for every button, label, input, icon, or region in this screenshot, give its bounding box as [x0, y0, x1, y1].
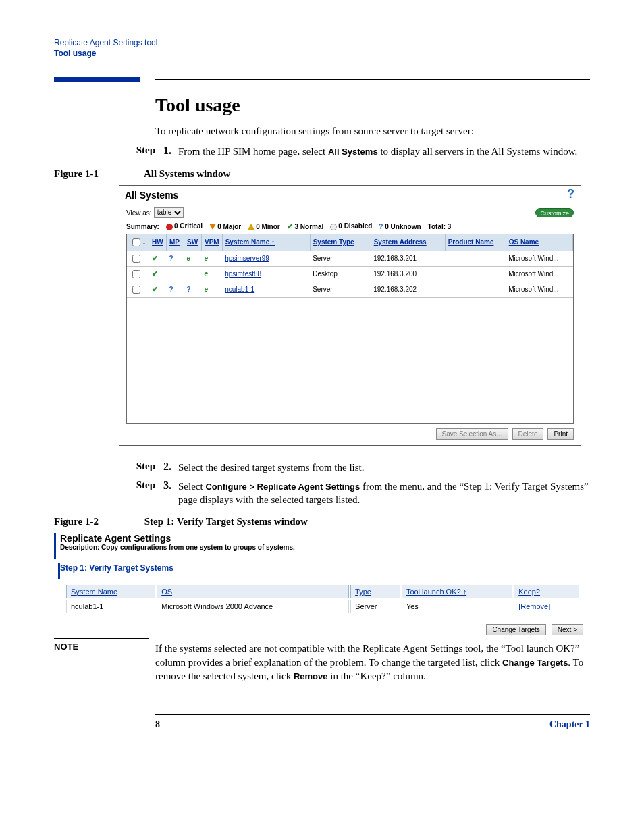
col-os[interactable]: OS [157, 585, 349, 598]
print-button[interactable]: Print [547, 428, 574, 440]
row-checkbox[interactable] [132, 255, 140, 263]
step-2: Step 2. Select the desired target system… [54, 461, 590, 474]
step-label: Step [115, 479, 163, 507]
change-targets-button[interactable]: Change Targets [486, 624, 545, 635]
thin-rule [155, 79, 590, 80]
col-product-name[interactable]: Product Name [445, 234, 506, 251]
unknown-icon: ? [379, 223, 383, 230]
systems-table: ↑ HW MP SW VPM System Name ↑ System Type… [127, 234, 573, 298]
step-1-pre: From the HP SIM home page, select [178, 146, 328, 157]
step-1-num: 1. [163, 145, 178, 158]
summary-minor: 0 Minor [248, 223, 280, 230]
summary-major: 0 Major [209, 223, 241, 230]
summary-unknown: ? 0 Unknown [379, 223, 421, 230]
col-type[interactable]: Type [350, 585, 400, 598]
col-checkbox[interactable]: ↑ [127, 234, 149, 251]
customize-button[interactable]: Customize [535, 208, 574, 217]
step-label: Step [115, 461, 163, 474]
figure-2-title: Step 1: Verify Target Systems window [144, 516, 308, 527]
question-icon: ? [187, 286, 191, 293]
step-2-num: 2. [163, 461, 178, 474]
summary-total: Total: 3 [428, 223, 452, 230]
note-text: If the systems selected are not compatib… [155, 642, 590, 683]
figure-2-caption: Figure 1-2 Step 1: Verify Target Systems… [54, 516, 590, 527]
select-all-checkbox[interactable] [132, 238, 140, 246]
system-address: 192.168.3.200 [371, 266, 445, 282]
question-icon: ? [169, 255, 173, 262]
figure-1-caption: Figure 1-1 All Systems window [54, 168, 590, 180]
row-checkbox[interactable] [132, 270, 140, 278]
ras-title: Replicate Agent Settings [60, 533, 590, 544]
system-name-link[interactable]: nculab1-1 [222, 282, 310, 297]
table-row[interactable]: ✔ ? ? e nculab1-1 Server 192.168.3.202 M… [127, 282, 573, 297]
step-1-text: From the HP SIM home page, select All Sy… [178, 145, 590, 158]
verify-step-title: Step 1: Verify Target Systems [60, 563, 590, 573]
col-system-name[interactable]: System Name [66, 585, 155, 598]
section-heading: Tool usage [155, 95, 590, 116]
col-system-name[interactable]: System Name ↑ [222, 234, 310, 251]
step-2-text: Select the desired target systems from t… [178, 461, 590, 474]
step-label: Step [115, 145, 163, 158]
product-name [445, 282, 506, 297]
os-name: Microsoft Wind... [506, 251, 572, 266]
col-keep[interactable]: Keep? [514, 585, 579, 598]
help-icon[interactable]: ? [567, 187, 578, 198]
italic-e-icon: e [187, 255, 191, 262]
system-type: Desktop [310, 266, 371, 282]
table-row[interactable]: ✔ ? e e hpsimserver99 Server 192.168.3.2… [127, 251, 573, 266]
figure-1-label: Figure 1-1 [54, 168, 142, 180]
row-checkbox[interactable] [132, 286, 140, 294]
table-row[interactable]: ✔ e hpsimtest88 Desktop 192.168.3.200 Mi… [127, 266, 573, 282]
top-rule [54, 77, 590, 82]
verify-os: Microsoft Windows 2000 Advance [157, 600, 349, 613]
delete-button[interactable]: Delete [512, 428, 544, 440]
view-as-select[interactable]: table [154, 207, 184, 218]
system-address: 192.168.3.201 [371, 251, 445, 266]
col-vpm[interactable]: VPM [202, 234, 223, 251]
question-icon: ? [169, 286, 173, 293]
col-system-address[interactable]: System Address [371, 234, 445, 251]
system-type: Server [310, 282, 371, 297]
italic-e-icon: e [205, 286, 209, 293]
col-sw[interactable]: SW [184, 234, 202, 251]
system-type: Server [310, 251, 371, 266]
step-3-bold: Configure > Replicate Agent Settings [205, 481, 360, 492]
italic-e-icon: e [205, 255, 209, 262]
page-footer: 8 Chapter 1 [155, 714, 590, 730]
product-name [445, 251, 506, 266]
os-name: Microsoft Wind... [506, 266, 572, 282]
remove-link[interactable]: [Remove] [514, 600, 579, 613]
figure-2-label: Figure 1-2 [54, 516, 142, 527]
verify-table-header: System Name OS Type Tool launch OK? ↑ Ke… [66, 585, 579, 598]
chapter-label: Chapter 1 [549, 719, 590, 730]
col-os-name[interactable]: OS Name [506, 234, 572, 251]
step-3-pre: Select [178, 481, 205, 492]
step-3-text: Select Configure > Replicate Agent Setti… [178, 479, 590, 507]
italic-e-icon: e [205, 270, 209, 278]
note-b2: Remove [294, 671, 328, 681]
verify-system-name: nculab1-1 [66, 600, 155, 613]
note-rule-bottom [54, 687, 149, 687]
step-1-bold: All Systems [328, 147, 378, 157]
col-system-type[interactable]: System Type [310, 234, 371, 251]
major-icon [209, 224, 216, 230]
note-rule-top [54, 638, 149, 639]
summary-critical: 0 Critical [166, 222, 203, 230]
system-name-link[interactable]: hpsimserver99 [222, 251, 310, 266]
col-mp[interactable]: MP [167, 234, 184, 251]
figure-1-title: All Systems window [144, 168, 230, 179]
col-hw[interactable]: HW [149, 234, 167, 251]
col-tool-launch[interactable]: Tool launch OK? ↑ [402, 585, 512, 598]
thick-bar [54, 77, 140, 82]
ok-icon: ✔ [152, 285, 158, 293]
save-selection-button[interactable]: Save Selection As... [436, 428, 508, 440]
all-systems-title: All Systems [119, 186, 581, 201]
normal-icon: ✔ [287, 222, 293, 230]
summary-disabled: 0 Disabled [330, 222, 372, 230]
note-t3: in the “Keep?” column. [328, 671, 426, 681]
table-header-row: ↑ HW MP SW VPM System Name ↑ System Type… [127, 234, 573, 251]
summary-normal: ✔ 3 Normal [287, 222, 324, 231]
system-name-link[interactable]: hpsimtest88 [222, 266, 310, 282]
note-label: NOTE [54, 642, 155, 683]
next-button[interactable]: Next > [552, 624, 583, 635]
